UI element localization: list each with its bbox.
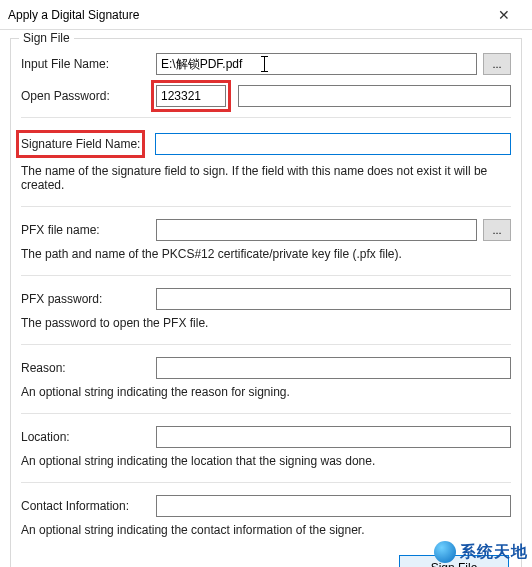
divider: [21, 482, 511, 483]
reason-field[interactable]: [156, 357, 511, 379]
pfx-file-browse-button[interactable]: ...: [483, 219, 511, 241]
sign-file-group: Sign File Input File Name: ... Open Pass…: [10, 38, 522, 567]
location-help: An optional string indicating the locati…: [21, 454, 511, 468]
open-password-field[interactable]: [156, 85, 226, 107]
pfx-file-row: PFX file name: ...: [21, 219, 511, 241]
pfx-file-help: The path and name of the PKCS#12 certifi…: [21, 247, 511, 261]
group-legend: Sign File: [19, 31, 74, 45]
divider: [21, 117, 511, 118]
signature-field-row: Signature Field Name:: [21, 130, 511, 158]
divider: [21, 206, 511, 207]
titlebar: Apply a Digital Signature ✕: [0, 0, 532, 30]
highlight-password: [151, 80, 231, 112]
pfx-file-label: PFX file name:: [21, 223, 156, 237]
close-button[interactable]: ✕: [484, 1, 524, 29]
open-password-row: Open Password:: [21, 85, 511, 107]
signature-field-input[interactable]: [155, 133, 511, 155]
input-file-label: Input File Name:: [21, 57, 156, 71]
window-title: Apply a Digital Signature: [8, 8, 484, 22]
close-icon: ✕: [498, 7, 510, 23]
contact-field[interactable]: [156, 495, 511, 517]
location-row: Location:: [21, 426, 511, 448]
pfx-password-label: PFX password:: [21, 292, 156, 306]
divider: [21, 344, 511, 345]
location-label: Location:: [21, 430, 156, 444]
input-file-row: Input File Name: ...: [21, 53, 511, 75]
contact-label: Contact Information:: [21, 499, 156, 513]
contact-row: Contact Information:: [21, 495, 511, 517]
input-file-browse-button[interactable]: ...: [483, 53, 511, 75]
reason-help: An optional string indicating the reason…: [21, 385, 511, 399]
open-password-field-ext[interactable]: [238, 85, 511, 107]
pfx-password-help: The password to open the PFX file.: [21, 316, 511, 330]
pfx-password-field[interactable]: [156, 288, 511, 310]
divider: [21, 275, 511, 276]
signature-field-help: The name of the signature field to sign.…: [21, 164, 511, 192]
input-file-field[interactable]: [156, 53, 477, 75]
contact-help: An optional string indicating the contac…: [21, 523, 511, 537]
open-password-label: Open Password:: [21, 89, 156, 103]
pfx-password-row: PFX password:: [21, 288, 511, 310]
reason-row: Reason:: [21, 357, 511, 379]
action-row: Sign File: [21, 551, 511, 567]
divider: [21, 413, 511, 414]
signature-field-label: Signature Field Name:: [16, 130, 145, 158]
pfx-file-field[interactable]: [156, 219, 477, 241]
location-field[interactable]: [156, 426, 511, 448]
sign-file-button[interactable]: Sign File: [399, 555, 509, 567]
reason-label: Reason:: [21, 361, 156, 375]
